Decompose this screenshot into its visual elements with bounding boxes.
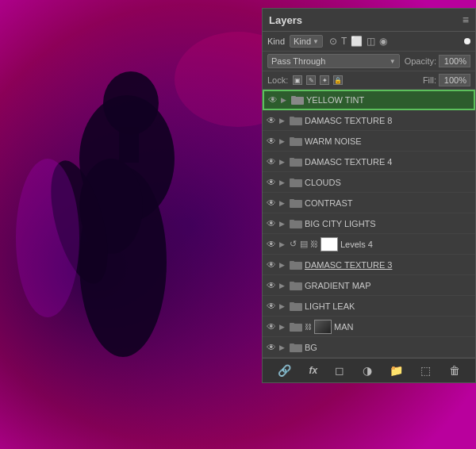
add-adjustment-icon[interactable]: ◑ [359,363,375,378]
layer-row[interactable]: 👁 ▶ CONTRAST [263,193,475,213]
layer-row[interactable]: 👁 ▶ DAMASC TEXTURE 8 [263,110,475,131]
visibility-icon[interactable]: 👁 [266,198,277,209]
delete-layer-icon[interactable]: 🗑 [446,363,463,378]
expand-icon[interactable]: ▶ [279,302,287,310]
lock-icons: ▣ ✎ ✦ 🔒 [293,75,343,85]
layer-name: LIGHT LEAK [305,301,472,311]
lock-artboard-icon[interactable]: ✦ [320,75,329,85]
svg-rect-29 [290,282,294,284]
visibility-icon[interactable]: 👁 [266,136,277,147]
visibility-icon[interactable]: 👁 [266,280,277,291]
expand-icon[interactable]: ▶ [279,323,287,331]
fill-value[interactable]: 100% [439,74,470,86]
visibility-icon[interactable]: 👁 [266,177,277,188]
lock-label: Lock: [267,75,288,85]
layer-name: WARM NOISE [305,136,472,146]
svg-rect-35 [290,343,294,346]
expand-icon[interactable]: ▶ [279,199,287,207]
svg-rect-21 [290,178,294,181]
visibility-icon[interactable]: 👁 [266,342,277,353]
visibility-icon[interactable]: 👁 [266,239,277,250]
visibility-icon[interactable]: 👁 [267,94,278,106]
expand-icon[interactable]: ▶ [279,137,287,145]
panel-menu-icon[interactable]: ≡ [463,13,469,26]
expand-icon[interactable]: ▶ [281,96,289,104]
folder-icon [290,198,302,209]
layer-row[interactable]: 👁 ▶ YELLOW TINT [263,90,475,110]
svg-rect-7 [119,127,139,163]
mask-thumbnail [321,237,338,251]
visibility-icon[interactable]: 👁 [266,218,277,229]
folder-icon [290,218,302,229]
filter-toggle-dot[interactable] [464,38,470,44]
layer-name: BG [305,343,472,352]
lock-all-icon[interactable]: 🔒 [333,75,343,85]
layers-panel: Layers ≡ Kind Kind ▼ ⊙ T ⬜ ◫ ◉ Pass Thro… [262,8,476,383]
opacity-value[interactable]: 100% [439,55,470,67]
expand-icon[interactable]: ▶ [279,117,287,125]
svg-rect-33 [290,323,294,325]
layer-row[interactable]: 👁 ▶ BIG CITY LIGHTS [263,213,475,234]
visibility-icon[interactable]: 👁 [266,259,277,271]
expand-icon[interactable]: ▶ [279,261,287,269]
layer-row[interactable]: 👁 ▶ DAMASC TEXTURE 4 [263,152,475,172]
layer-thumbnail [314,320,332,334]
kind-dropdown[interactable]: Kind ▼ [290,35,323,48]
svg-rect-17 [290,137,294,140]
svg-rect-13 [291,96,296,98]
new-layer-icon[interactable]: ⬚ [417,363,434,378]
shape-filter-icon[interactable]: ⬜ [351,36,363,47]
svg-rect-23 [290,199,294,201]
layer-name: DAMASC TEXTURE 3 [305,260,472,270]
visibility-icon[interactable]: 👁 [266,321,277,332]
layer-row[interactable]: 👁 ▶ GRADIENT MAP [263,275,475,296]
layers-list: 👁 ▶ YELLOW TINT 👁 ▶ DAMASC TEXTURE 8 👁 ▶ [263,90,475,358]
levels-layer-row[interactable]: 👁 ▶ ↺ ▤ ⛓ Levels 4 [263,234,475,255]
layer-row[interactable]: 👁 ▶ WARM NOISE [263,131,475,152]
layer-row[interactable]: 👁 ▶ ⛓ MAN [263,317,475,337]
folder-icon [290,321,302,332]
new-group-icon[interactable]: 📁 [386,363,406,378]
blend-mode-value: Pass Through [271,56,325,66]
panel-toolbar: 🔗 fx ◻ ◑ 📁 ⬚ 🗑 [263,358,475,382]
visibility-icon[interactable]: 👁 [266,301,277,312]
layer-row[interactable]: 👁 ▶ CLOUDS [263,172,475,193]
smartobj-filter-icon[interactable]: ◫ [367,36,375,47]
color-filter-icon[interactable]: ◉ [379,36,387,47]
expand-icon[interactable]: ▶ [279,220,287,228]
add-mask-icon[interactable]: ◻ [332,363,347,378]
kind-dropdown-arrow: ▼ [313,38,319,45]
layer-name: MAN [334,322,472,332]
panel-title: Layers [269,14,302,26]
expand-icon[interactable]: ▶ [279,240,287,248]
opacity-group: Opacity: 100% [405,55,470,67]
folder-icon [290,259,302,271]
blend-mode-row: Pass Through ▼ Opacity: 100% [263,52,475,71]
folder-icon [290,301,302,312]
link-layers-icon[interactable]: 🔗 [274,363,294,378]
expand-icon[interactable]: ▶ [279,158,287,166]
folder-icon [290,156,302,167]
expand-icon[interactable]: ▶ [279,343,287,351]
folder-icon [290,177,302,188]
visibility-icon[interactable]: 👁 [266,115,277,126]
add-style-icon[interactable]: fx [305,363,321,378]
folder-icon [290,342,302,353]
blend-mode-dropdown[interactable]: Pass Through ▼ [267,54,400,68]
layer-row[interactable]: 👁 ▶ BG [263,337,475,358]
lock-pixels-icon[interactable]: ▣ [293,75,302,85]
pixel-filter-icon[interactable]: ⊙ [329,36,337,47]
folder-icon [290,115,302,126]
lock-position-icon[interactable]: ✎ [306,75,316,85]
fill-group: Fill: 100% [423,74,470,86]
kind-label: Kind [267,36,285,46]
type-filter-icon[interactable]: T [341,36,347,47]
blend-dropdown-arrow: ▼ [390,58,396,65]
visibility-icon[interactable]: 👁 [266,156,277,167]
expand-icon[interactable]: ▶ [279,178,287,186]
layer-name: DAMASC TEXTURE 8 [305,116,472,125]
layer-row[interactable]: 👁 ▶ DAMASC TEXTURE 3 [263,255,475,275]
svg-rect-31 [290,302,294,305]
expand-icon[interactable]: ▶ [279,282,287,290]
layer-row[interactable]: 👁 ▶ LIGHT LEAK [263,296,475,317]
